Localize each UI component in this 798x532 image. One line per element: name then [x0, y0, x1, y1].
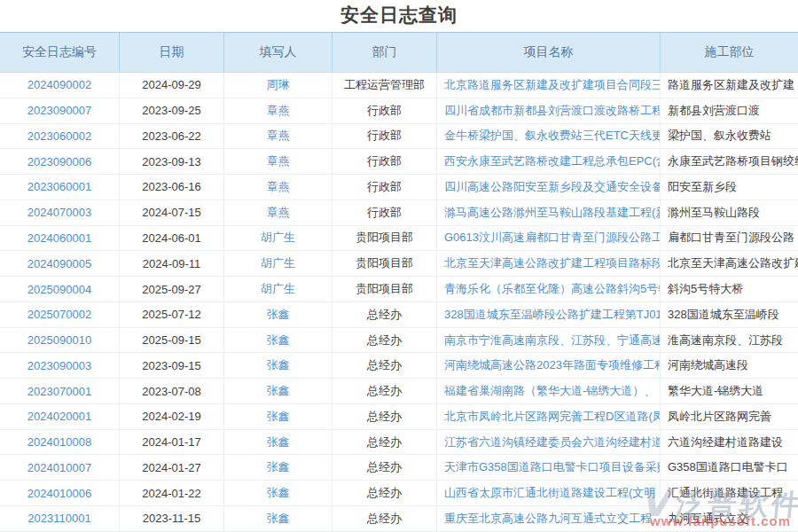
table-row: 20230700012023-07-08张鑫总经办福建省巢湖南路（繁华大道-锦绣… [0, 379, 798, 404]
cell-date: 2024-09-11 [120, 251, 224, 276]
cell-location: 六道沟经建村道路建设 [661, 430, 798, 455]
table-row: 20240200012024-02-19张鑫总经办北京市凤岭北片区路网完善工程D… [0, 404, 798, 430]
cell-location: 滁州至马鞍山路段 [661, 200, 798, 225]
column-header-log-id[interactable]: 安全日志编号 [0, 33, 120, 72]
table-row: 20250900042025-09-27胡广生贵阳项目部青海乐化（乐都至化隆）高… [0, 277, 798, 302]
cell-location: 阳安至新乡段 [661, 175, 798, 200]
cell-id[interactable]: 2025090004 [0, 277, 120, 301]
table-row: 20230900062023-09-13章燕行政部西安永康至武艺路桥改建工程总承… [0, 149, 798, 175]
cell-writer[interactable]: 胡广生 [224, 277, 332, 301]
cell-project[interactable]: 北京路道服务区新建及改扩建项目合同段三标 [437, 73, 661, 98]
cell-date: 2023-09-15 [120, 353, 224, 378]
cell-id[interactable]: 2023110001 [0, 506, 120, 531]
cell-writer[interactable]: 章燕 [224, 149, 332, 174]
cell-location: 路道服务区新建及改扩建 [661, 73, 798, 98]
cell-date: 2023-07-08 [120, 379, 224, 403]
cell-id[interactable]: 2024020001 [0, 404, 120, 429]
cell-department: 行政部 [332, 175, 437, 200]
cell-project[interactable]: 滁马高速公路滁州至马鞍山路段基建工程(新 [437, 200, 661, 225]
table-body: 20240900022024-09-29周琳工程运营管理部北京路道服务区新建及改… [0, 73, 798, 532]
cell-writer[interactable]: 张鑫 [224, 379, 332, 403]
cell-id[interactable]: 2023090006 [0, 149, 120, 174]
cell-id[interactable]: 2025090010 [0, 328, 120, 353]
cell-id[interactable]: 2024090002 [0, 73, 120, 98]
cell-location: 繁华大道-锦绣大道 [661, 379, 798, 403]
table-row: 20240100062024-01-22张鑫总经办山西省太原市汇通北街道路建设工… [0, 481, 798, 506]
cell-writer[interactable]: 张鑫 [224, 302, 332, 327]
cell-project[interactable]: 西安永康至武艺路桥改建工程总承包EPC(含 [437, 149, 661, 174]
cell-writer[interactable]: 章燕 [224, 98, 332, 123]
column-header-writer[interactable]: 填写人 [224, 33, 332, 72]
cell-department: 总经办 [332, 353, 437, 378]
cell-project[interactable]: 北京至天津高速公路改扩建工程项目路标段 [437, 251, 661, 276]
table-row: 20240600012024-06-01胡广生贵阳项目部G0613汶川高速扁都口… [0, 226, 798, 252]
cell-id[interactable]: 2024010008 [0, 430, 120, 455]
title-bar: 安全日志查询 [0, 0, 798, 32]
cell-writer[interactable]: 张鑫 [224, 328, 332, 353]
page-title: 安全日志查询 [340, 4, 458, 25]
cell-id[interactable]: 2023060002 [0, 124, 120, 149]
cell-project[interactable]: 江苏省六道沟镇经建委员会六道沟经建村道 [437, 430, 661, 455]
cell-writer[interactable]: 胡广生 [224, 251, 332, 276]
table-row: 20240100072024-01-27张鑫总经办天津市G358国道路口电警卡口… [0, 455, 798, 481]
cell-writer[interactable]: 张鑫 [224, 455, 332, 480]
cell-date: 2023-06-16 [120, 175, 224, 200]
cell-project[interactable]: 南京市宁淮高速南京段、江苏段、宁通高速 [437, 328, 661, 353]
cell-project[interactable]: 四川高速公路阳安至新乡段及交通安全设备 [437, 175, 661, 200]
column-header-date[interactable]: 日期 [120, 33, 224, 72]
cell-project[interactable]: 河南绕城高速公路2023年路面专项维修工程 [437, 353, 661, 378]
cell-id[interactable]: 2024090005 [0, 251, 120, 276]
cell-writer[interactable]: 章燕 [224, 200, 332, 225]
table-row: 20240100082024-01-17张鑫总经办江苏省六道沟镇经建委员会六道沟… [0, 430, 798, 456]
cell-id[interactable]: 2023060001 [0, 175, 120, 200]
cell-project[interactable]: 北京市凤岭北片区路网完善工程D区道路(凤 [437, 404, 661, 429]
cell-department: 行政部 [332, 149, 437, 174]
table-row: 20230900032023-09-15张鑫总经办河南绕城高速公路2023年路面… [0, 353, 798, 379]
cell-project[interactable]: 重庆至北京高速公路九河互通式立交工程 [437, 506, 661, 531]
cell-location: 328国道城东至温峤段 [661, 302, 798, 327]
cell-writer[interactable]: 周琳 [224, 73, 332, 98]
cell-project[interactable]: 山西省太原市汇通北街道路建设工程(文明 [437, 481, 661, 505]
cell-writer[interactable]: 张鑫 [224, 481, 332, 505]
cell-id[interactable]: 2023070001 [0, 379, 120, 403]
cell-department: 总经办 [332, 506, 437, 531]
cell-department: 总经办 [332, 328, 437, 353]
cell-writer[interactable]: 章燕 [224, 175, 332, 200]
cell-id[interactable]: 2024070003 [0, 200, 120, 225]
cell-writer[interactable]: 张鑫 [224, 353, 332, 378]
cell-date: 2024-09-29 [120, 73, 224, 98]
cell-id[interactable]: 2023090003 [0, 353, 120, 378]
cell-id[interactable]: 2024010006 [0, 481, 120, 505]
cell-date: 2023-09-13 [120, 149, 224, 174]
cell-project[interactable]: 金牛桥梁护国、叙永收费站三代ETC天线更换 [437, 124, 661, 149]
cell-project[interactable]: 天津市G358国道路口电警卡口项目设备采购 [437, 455, 661, 480]
cell-date: 2024-02-19 [120, 404, 224, 429]
cell-writer[interactable]: 张鑫 [224, 430, 332, 455]
cell-department: 总经办 [332, 455, 437, 480]
column-header-department[interactable]: 部门 [332, 33, 437, 72]
cell-project[interactable]: 四川省成都市新都县刘营渡口渡改路桥工程样 [437, 98, 661, 123]
cell-writer[interactable]: 张鑫 [224, 506, 332, 531]
cell-department: 总经办 [332, 430, 437, 455]
cell-project[interactable]: G0613汶川高速扁都口甘青至门源段公路工程 [437, 226, 661, 251]
cell-writer[interactable]: 章燕 [224, 124, 332, 149]
cell-department: 行政部 [332, 98, 437, 123]
cell-id[interactable]: 2024010007 [0, 455, 120, 480]
cell-writer[interactable]: 张鑫 [224, 404, 332, 429]
cell-project[interactable]: 青海乐化（乐都至化隆）高速公路斜沟5号特 [437, 277, 661, 301]
column-header-location[interactable]: 施工部位 [661, 33, 798, 72]
cell-location: 斜沟5号特大桥 [661, 277, 798, 301]
cell-id[interactable]: 2023090007 [0, 98, 120, 123]
cell-department: 行政部 [332, 124, 437, 149]
table-header-row: 安全日志编号 日期 填写人 部门 项目名称 施工部位 [0, 32, 798, 73]
cell-writer[interactable]: 胡广生 [224, 226, 332, 251]
column-header-project[interactable]: 项目名称 [437, 33, 661, 72]
cell-id[interactable]: 2024060001 [0, 226, 120, 251]
cell-date: 2025-09-15 [120, 328, 224, 353]
cell-date: 2023-06-22 [120, 124, 224, 149]
table-row: 20250900102025-09-15张鑫总经办南京市宁淮高速南京段、江苏段、… [0, 328, 798, 354]
cell-id[interactable]: 2025070002 [0, 302, 120, 327]
cell-project[interactable]: 328国道城东至温峤段公路扩建工程第TJ01 [437, 302, 661, 327]
table-row: 20230600012023-06-16章燕行政部四川高速公路阳安至新乡段及交通… [0, 175, 798, 200]
cell-project[interactable]: 福建省巢湖南路（繁华大道-锦绣大道）、 [437, 379, 661, 403]
